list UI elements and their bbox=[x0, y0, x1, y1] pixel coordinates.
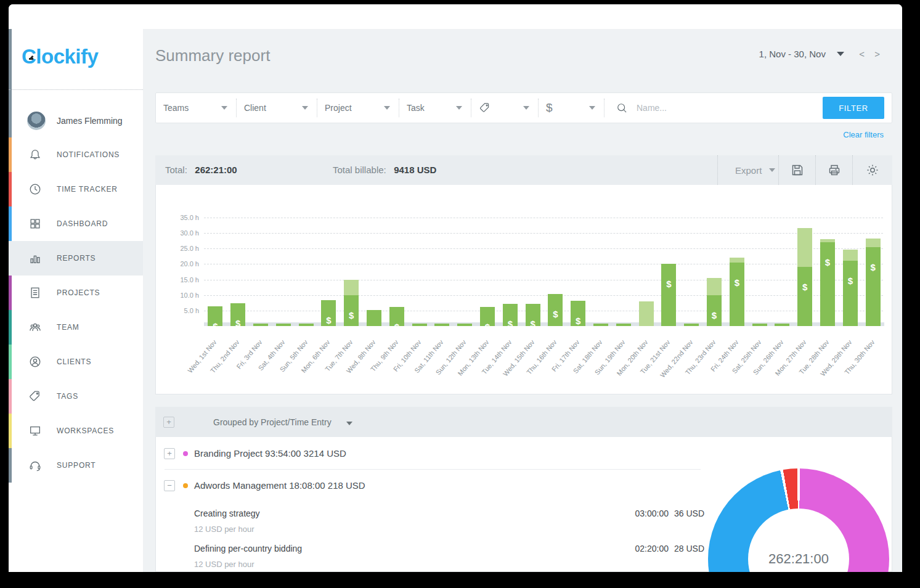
sidebar-item-tags[interactable]: TAGS bbox=[9, 379, 143, 414]
chart-bar-20[interactable] bbox=[639, 301, 654, 326]
chart-bar-14[interactable]: $ bbox=[503, 304, 518, 326]
sidebar-item-dashboard[interactable]: DASHBOARD bbox=[9, 206, 143, 241]
chart-bar-11[interactable] bbox=[434, 324, 449, 326]
avatar bbox=[27, 112, 46, 130]
zoom-window-button[interactable] bbox=[57, 16, 63, 23]
chart-bar-1[interactable]: $ bbox=[208, 306, 222, 326]
billable-dollar-badge: $ bbox=[389, 321, 404, 326]
expand-project-button[interactable]: + bbox=[164, 448, 175, 459]
chart-bar-10[interactable] bbox=[412, 324, 427, 326]
filter-dropdown-teams[interactable]: Teams bbox=[156, 99, 237, 117]
sidebar-item-projects[interactable]: PROJECTS bbox=[9, 276, 143, 310]
filter-dropdown-task[interactable]: Task bbox=[399, 99, 471, 117]
next-period-button[interactable]: > bbox=[871, 49, 884, 59]
billable-segment bbox=[820, 242, 835, 326]
chart-bar-19[interactable] bbox=[616, 324, 631, 326]
x-axis-tick-label: Mon, 20th Nov bbox=[606, 338, 649, 388]
chart-bar-23[interactable]: $ bbox=[707, 278, 722, 326]
project-row-label: Branding Project 93:54:00 3214 USD bbox=[194, 448, 346, 459]
expand-all-button[interactable]: + bbox=[163, 417, 174, 428]
chart-bar-2[interactable]: $ bbox=[230, 303, 245, 326]
x-axis-tick-label: Wed, 15th Nov bbox=[492, 338, 535, 388]
chart-bar-28[interactable]: $ bbox=[820, 239, 835, 326]
filter-button[interactable]: FILTER bbox=[823, 97, 884, 119]
projects-donut-chart[interactable]: 262:21:00 bbox=[708, 468, 889, 572]
project-row[interactable]: −Adwords Management 18:08:00 218 USD bbox=[156, 469, 698, 501]
billable-segment bbox=[843, 261, 858, 326]
chart-bar-22[interactable] bbox=[684, 324, 699, 326]
filter-dropdown-label: Project bbox=[325, 103, 352, 113]
prev-period-button[interactable]: < bbox=[855, 49, 868, 59]
collapse-project-button[interactable]: − bbox=[164, 480, 175, 491]
chart-bar-18[interactable] bbox=[593, 324, 608, 326]
billable-dollar-badge: $ bbox=[820, 256, 835, 269]
chart-bar-16[interactable]: $ bbox=[548, 294, 563, 326]
chart-bar-26[interactable] bbox=[775, 324, 789, 326]
time-entry-title: Defining per-country bidding bbox=[194, 544, 302, 553]
project-row[interactable]: +Branding Project 93:54:00 3214 USD bbox=[156, 437, 698, 469]
chart-bar-24[interactable]: $ bbox=[730, 258, 744, 326]
chevron-down-icon bbox=[769, 168, 775, 172]
billable-dollar-badge: $ bbox=[526, 317, 540, 326]
chart-bar-9[interactable]: $ bbox=[389, 307, 404, 326]
chart-bar-6[interactable]: $ bbox=[321, 300, 336, 326]
search-input[interactable] bbox=[635, 102, 823, 113]
billable-segment bbox=[616, 324, 631, 326]
total-billable-label: Total billable: bbox=[333, 165, 386, 175]
chart-bar-13[interactable]: $ bbox=[480, 307, 495, 326]
profile-row[interactable]: James Flemming bbox=[9, 104, 143, 138]
sidebar-item-reports[interactable]: REPORTS bbox=[9, 241, 143, 276]
billable-segment bbox=[797, 267, 812, 326]
billable-segment bbox=[684, 324, 699, 326]
chart-bar-21[interactable]: $ bbox=[661, 264, 676, 326]
clear-filters-link[interactable]: Clear filters bbox=[843, 130, 884, 139]
filter-dropdown-client[interactable]: Client bbox=[237, 99, 317, 117]
billable-segment bbox=[866, 247, 881, 326]
date-range-picker[interactable]: 1, Nov - 30, Nov < > bbox=[759, 49, 884, 59]
billable-dollar-badge: $ bbox=[321, 314, 336, 326]
close-window-button[interactable] bbox=[35, 16, 41, 23]
document-icon bbox=[28, 286, 42, 300]
minimize-window-button[interactable] bbox=[46, 16, 52, 23]
chart-bar-17[interactable]: $ bbox=[571, 301, 585, 326]
y-axis-tick-label: 10.0 h bbox=[163, 292, 199, 299]
chart-bar-5[interactable] bbox=[299, 324, 314, 326]
x-axis-tick-label: Mon, 6th Nov bbox=[288, 338, 332, 388]
x-axis-tick-label: Tue, 21st Nov bbox=[629, 338, 672, 388]
non-billable-segment bbox=[707, 278, 722, 295]
gridline bbox=[204, 295, 883, 296]
project-color-dot bbox=[183, 483, 188, 488]
main-content: Summary report 1, Nov - 30, Nov < > Team… bbox=[143, 29, 902, 572]
sidebar-item-label: REPORTS bbox=[57, 254, 96, 263]
chart-bar-4[interactable] bbox=[276, 324, 291, 326]
filter-dropdown-project[interactable]: Project bbox=[317, 99, 399, 117]
chart-bar-29[interactable]: $ bbox=[843, 250, 858, 326]
chart-bar-7[interactable]: $ bbox=[344, 280, 359, 326]
filter-dropdown-dollar[interactable]: $ bbox=[539, 99, 605, 117]
filter-dropdown-tag[interactable] bbox=[471, 99, 539, 117]
sidebar-item-clients[interactable]: CLIENTS bbox=[9, 345, 143, 379]
sidebar-item-team[interactable]: TEAM bbox=[9, 310, 143, 345]
chart-bar-25[interactable] bbox=[752, 324, 767, 326]
chart-bar-12[interactable] bbox=[457, 324, 472, 326]
chart-bar-15[interactable]: $ bbox=[526, 304, 540, 326]
window-titlebar bbox=[9, 4, 902, 29]
sidebar-item-support[interactable]: SUPPORT bbox=[9, 448, 143, 483]
sidebar-item-notifications[interactable]: NOTIFICATIONS bbox=[9, 137, 143, 172]
x-axis-tick-label: Fri, 17th Nov bbox=[538, 338, 581, 388]
print-button[interactable] bbox=[815, 155, 853, 185]
non-billable-segment bbox=[730, 258, 744, 263]
sidebar-item-time-tracker[interactable]: TIME TRACKER bbox=[9, 172, 143, 206]
chart-bar-3[interactable] bbox=[253, 324, 268, 326]
chart-bar-30[interactable]: $ bbox=[866, 239, 881, 326]
sidebar-item-workspaces[interactable]: WORKSPACES bbox=[9, 414, 143, 448]
chevron-down-icon bbox=[221, 106, 227, 110]
chart-bar-27[interactable]: $ bbox=[797, 228, 812, 326]
chart-bar-8[interactable]: $ bbox=[367, 310, 381, 326]
save-report-button[interactable] bbox=[778, 155, 816, 185]
search-field[interactable] bbox=[605, 102, 823, 114]
bell-icon bbox=[28, 148, 42, 161]
export-dropdown[interactable]: Export bbox=[717, 155, 775, 185]
tag-icon bbox=[28, 390, 42, 403]
report-settings-button[interactable] bbox=[852, 155, 892, 185]
